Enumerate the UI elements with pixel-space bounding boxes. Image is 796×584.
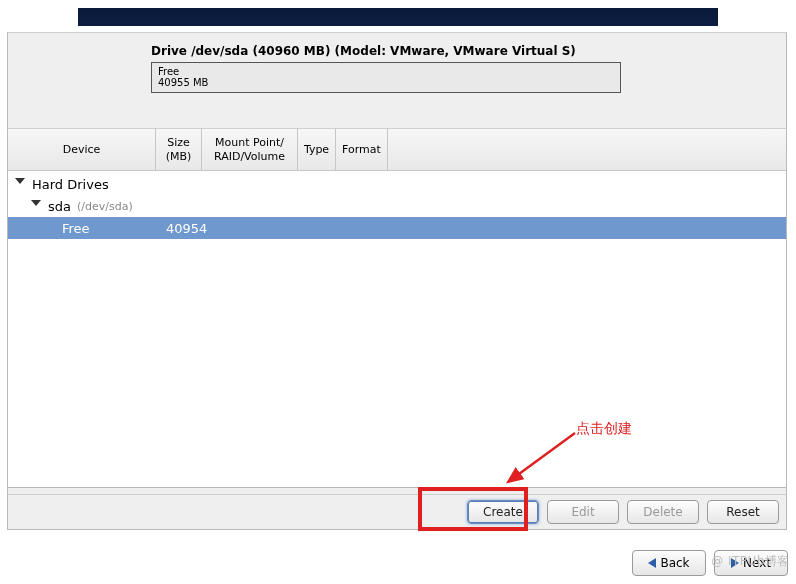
partition-action-bar: Create Edit Delete Reset <box>7 494 787 530</box>
arrow-left-icon <box>648 558 656 568</box>
table-header-row: Device Size (MB) Mount Point/ RAID/Volum… <box>8 129 786 171</box>
size-value: 40954 <box>166 221 212 236</box>
drive-title: Drive /dev/sda (40960 MB) (Model: VMware… <box>151 44 631 58</box>
tree-node-free[interactable]: Free 40954 <box>8 217 786 239</box>
drive-summary: Drive /dev/sda (40960 MB) (Model: VMware… <box>151 44 631 93</box>
drive-segment-label: Free <box>158 66 614 77</box>
drive-segment-size: 40955 MB <box>158 77 614 88</box>
column-mount[interactable]: Mount Point/ RAID/Volume <box>202 129 298 170</box>
column-device[interactable]: Device <box>8 129 156 170</box>
edit-button: Edit <box>547 500 619 524</box>
delete-button: Delete <box>627 500 699 524</box>
title-banner <box>78 8 718 26</box>
column-format[interactable]: Format <box>336 129 388 170</box>
create-button[interactable]: Create <box>467 500 539 524</box>
column-size[interactable]: Size (MB) <box>156 129 202 170</box>
wizard-nav-bar: Back Next <box>632 550 788 576</box>
column-type[interactable]: Type <box>298 129 336 170</box>
annotation-text: 点击创建 <box>576 420 632 438</box>
tree-label: Hard Drives <box>32 177 109 192</box>
tree-label: Free <box>14 221 162 236</box>
arrow-right-icon <box>731 558 739 568</box>
chevron-down-icon[interactable] <box>14 178 26 190</box>
tree-label: sda <box>48 199 71 214</box>
drive-segment-box[interactable]: Free 40955 MB <box>151 62 621 93</box>
partition-tree: Hard Drives sda (/dev/sda) Free 40954 <box>8 171 786 239</box>
back-button[interactable]: Back <box>632 550 706 576</box>
tree-node-sda[interactable]: sda (/dev/sda) <box>8 195 786 217</box>
partition-table-panel: Device Size (MB) Mount Point/ RAID/Volum… <box>7 128 787 488</box>
tree-node-hard-drives[interactable]: Hard Drives <box>8 173 786 195</box>
chevron-down-icon[interactable] <box>30 200 42 212</box>
device-path: (/dev/sda) <box>77 200 133 213</box>
reset-button[interactable]: Reset <box>707 500 779 524</box>
next-button[interactable]: Next <box>714 550 788 576</box>
